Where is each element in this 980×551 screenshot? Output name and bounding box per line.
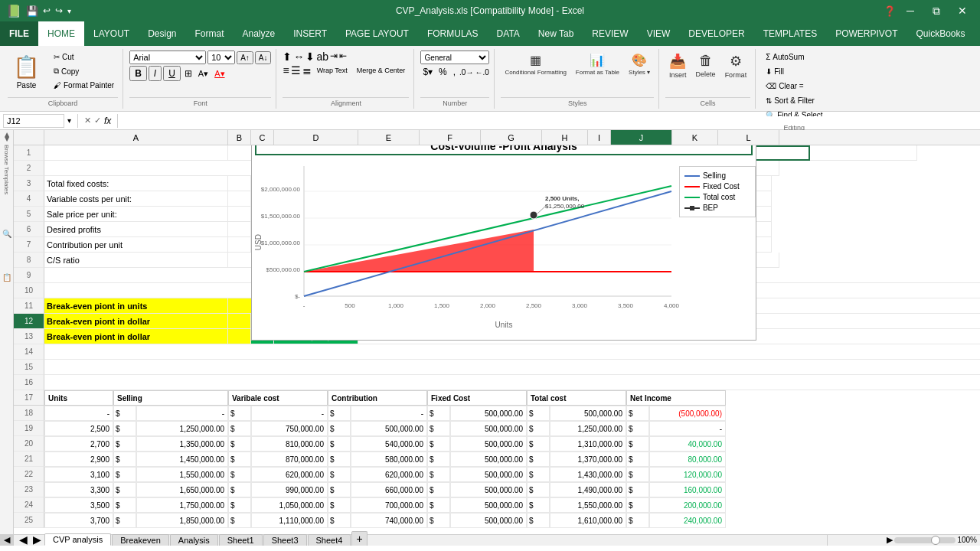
minimize-button[interactable]: ─ [899, 0, 922, 21]
menu-review[interactable]: REVIEW [583, 21, 637, 46]
comma-button[interactable]: , [451, 66, 458, 78]
menu-templates[interactable]: TEMPLATES [754, 21, 826, 46]
cell-cont-dollar-18[interactable]: $ [328, 406, 351, 421]
underline-button[interactable]: U [163, 66, 181, 81]
align-middle-button[interactable]: ↔ [293, 51, 304, 63]
cell-cont-dollar-24[interactable]: $ [328, 497, 351, 513]
cell-a1[interactable] [44, 145, 228, 161]
tab-prev[interactable]: ◀ [17, 533, 30, 546]
cell-variable-21[interactable]: 870,000.00 [251, 452, 328, 467]
cell-fc-dollar-19[interactable]: $ [427, 421, 450, 436]
cell-net-21[interactable]: 80,000.00 [649, 452, 726, 467]
decrease-font-button[interactable]: A↓ [255, 51, 272, 64]
cell-total-18[interactable]: 500,000.00 [550, 406, 626, 421]
cell-styles-button[interactable]: 🎨 Styles ▾ [625, 51, 654, 78]
font-color-button[interactable]: A▾ [212, 68, 227, 80]
cell-selling-23[interactable]: 1,650,000.00 [136, 482, 228, 497]
cell-variable-23[interactable]: 990,000.00 [251, 482, 328, 497]
cell-ni-dollar-23[interactable]: $ [626, 482, 649, 497]
sheet-tab-sheet4[interactable]: Sheet4 [308, 534, 351, 546]
cell-fixed-21[interactable]: 500,000.00 [450, 452, 527, 467]
scroll-left-btn[interactable]: ◀ [0, 535, 14, 546]
sheet-tab-add[interactable]: + [351, 531, 367, 546]
cell-fixed-20[interactable]: 500,000.00 [450, 436, 527, 452]
italic-button[interactable]: I [149, 66, 162, 81]
cell-cont-dollar-20[interactable]: $ [328, 436, 351, 452]
menu-design[interactable]: Design [139, 21, 185, 46]
cell-b7[interactable] [228, 237, 251, 253]
cell-selling-dollar-20[interactable]: $ [113, 436, 136, 452]
cell-fc-dollar-23[interactable]: $ [427, 482, 450, 497]
cell-fc-dollar-20[interactable]: $ [427, 436, 450, 452]
restore-button[interactable]: ⧉ [925, 0, 948, 21]
quick-access-save[interactable]: 💾 [26, 5, 38, 17]
cell-ni-dollar-18[interactable]: $ [626, 406, 649, 421]
format-button[interactable]: ⚙ Format [721, 51, 751, 81]
cell-total-23[interactable]: 1,490,000.00 [550, 482, 626, 497]
align-bottom-button[interactable]: ⬇ [305, 51, 315, 63]
expand-ref-icon[interactable]: ▾ [67, 116, 71, 125]
cell-selling-19[interactable]: 1,250,000.00 [136, 421, 228, 436]
cell-tc-dollar-21[interactable]: $ [527, 452, 550, 467]
cell-fc-dollar-25[interactable]: $ [427, 513, 450, 528]
cell-total-21[interactable]: 1,370,000.00 [550, 452, 626, 467]
cell-fixed-19[interactable]: 500,000.00 [450, 421, 527, 436]
cell-net-22[interactable]: 120,000.00 [649, 467, 726, 482]
cell-fixedcost-header[interactable]: Fixed Cost [427, 390, 527, 406]
cell-a3[interactable]: Total fixed costs: [44, 176, 228, 191]
cell-selling-25[interactable]: 1,850,000.00 [136, 513, 228, 528]
sort-filter-button[interactable]: ⇅ Sort & Filter [762, 94, 818, 107]
delete-button[interactable]: 🗑 Delete [692, 51, 720, 80]
cell-tc-dollar-22[interactable]: $ [527, 467, 550, 482]
cell-net-20[interactable]: 40,000.00 [649, 436, 726, 452]
cell-variable-24[interactable]: 1,050,000.00 [251, 497, 328, 513]
cell-fixed-23[interactable]: 500,000.00 [450, 482, 527, 497]
cell-ni-dollar-25[interactable]: $ [626, 513, 649, 528]
cell-ni-dollar-22[interactable]: $ [626, 467, 649, 482]
increase-decimal-button[interactable]: .0→ [459, 68, 473, 77]
menu-powerpivot[interactable]: POWERPIVOT [826, 21, 906, 46]
cell-selling-24[interactable]: 1,750,000.00 [136, 497, 228, 513]
font-size-select[interactable]: 10 [207, 51, 235, 64]
cell-contribution-19[interactable]: 500,000.00 [351, 421, 427, 436]
clear-button[interactable]: ⌫ Clear = [762, 80, 808, 93]
cut-button[interactable]: ✂ Cut [50, 51, 118, 64]
cell-b5[interactable] [228, 207, 251, 222]
insert-button[interactable]: 📥 Insert [665, 51, 691, 81]
cell-units-18[interactable]: - [44, 406, 113, 421]
col-header-h[interactable]: H [542, 130, 588, 145]
cell-net-25[interactable]: 240,000.00 [649, 513, 726, 528]
scrollbar-h[interactable]: ◀ ◀ ▶ CVP analysis Breakeven Analysis Sh… [0, 534, 980, 545]
cell-selling-dollar-22[interactable]: $ [113, 467, 136, 482]
increase-font-button[interactable]: A↑ [237, 51, 253, 64]
decrease-decimal-button[interactable]: ←.0 [475, 68, 488, 77]
col-header-k[interactable]: K [672, 130, 718, 145]
cell-b3[interactable] [228, 176, 251, 191]
cell-fc-dollar-22[interactable]: $ [427, 467, 450, 482]
cell-b12[interactable] [228, 314, 251, 329]
menu-page-layout[interactable]: PAGE LAYOUT [336, 21, 418, 46]
cancel-formula-icon[interactable]: ✕ [84, 116, 91, 126]
indent-more-button[interactable]: ⇥ [330, 51, 338, 63]
cell-ni-dollar-21[interactable]: $ [626, 452, 649, 467]
cell-ni-dollar-24[interactable]: $ [626, 497, 649, 513]
cell-a5[interactable]: Sale price per unit: [44, 207, 228, 222]
menu-data[interactable]: DATA [488, 21, 529, 46]
col-header-b[interactable]: B [228, 130, 251, 145]
cell-var-dollar-19[interactable]: $ [228, 421, 251, 436]
font-name-select[interactable]: Arial [129, 51, 206, 64]
cell-a11[interactable]: Break-even piont in units [44, 298, 228, 314]
zoom-slider[interactable] [894, 537, 956, 543]
cell-selling-dollar-23[interactable]: $ [113, 482, 136, 497]
cell-contribution-21[interactable]: 580,000.00 [351, 452, 427, 467]
menu-analyze[interactable]: Analyze [234, 21, 285, 46]
zoom-thumb[interactable] [931, 536, 940, 545]
copy-button[interactable]: ⧉ Copy [50, 64, 118, 78]
orient-button[interactable]: ab [316, 51, 328, 63]
close-button[interactable]: ✕ [951, 0, 974, 21]
cell-a4[interactable]: Variable costs per unit: [44, 191, 228, 207]
cell-units-25[interactable]: 3,700 [44, 513, 113, 528]
menu-developer[interactable]: DEVELOPER [679, 21, 753, 46]
cell-selling-18[interactable]: - [136, 406, 228, 421]
cell-units-22[interactable]: 3,100 [44, 467, 113, 482]
